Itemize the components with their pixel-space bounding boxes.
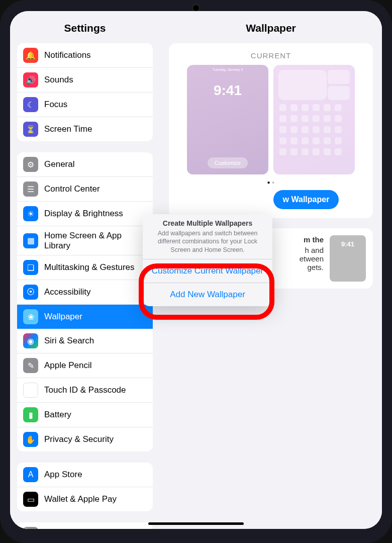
add-new-wallpaper-button[interactable]: w Wallpaper bbox=[273, 190, 339, 209]
key-icon: 🔑 bbox=[23, 527, 38, 529]
page-title: Wallpaper bbox=[160, 11, 382, 43]
sidebar-item-sounds[interactable]: 🔊Sounds bbox=[17, 68, 153, 93]
sidebar-item-label: Siri & Search bbox=[44, 336, 94, 346]
sidebar-item-label: Wallet & Apple Pay bbox=[44, 494, 117, 504]
bell-icon: 🔔 bbox=[23, 48, 38, 63]
sidebar-item-privacy-security[interactable]: ✋Privacy & Security bbox=[17, 427, 153, 451]
sidebar-item-label: Focus bbox=[44, 100, 67, 110]
sidebar-item-label: Apple Pencil bbox=[44, 360, 92, 371]
lock-screen-preview[interactable]: Tuesday, January 9 9:41 Customize bbox=[187, 65, 268, 174]
home-screen-preview[interactable] bbox=[273, 65, 355, 174]
battery-icon: ▮ bbox=[23, 407, 38, 422]
screen: Settings 🔔Notifications🔊Sounds☾Focus⏳Scr… bbox=[10, 11, 382, 529]
sidebar-scroll[interactable]: 🔔Notifications🔊Sounds☾Focus⏳Screen Time⚙… bbox=[10, 43, 160, 529]
settings-sidebar: Settings 🔔Notifications🔊Sounds☾Focus⏳Scr… bbox=[10, 11, 160, 529]
page-indicator: ● ● bbox=[176, 174, 366, 190]
sidebar-title: Settings bbox=[10, 11, 160, 43]
preview-date: Tuesday, January 9 bbox=[187, 68, 268, 71]
moon-icon: ☾ bbox=[23, 97, 38, 112]
sidebar-item-wallet-apple-pay[interactable]: ▭Wallet & Apple Pay bbox=[17, 487, 153, 511]
sidebar-item-label: Accessibility bbox=[44, 287, 91, 297]
wallpaper-icon: ❀ bbox=[23, 309, 38, 324]
sidebar-item-label: Control Center bbox=[44, 184, 100, 194]
sidebar-item-apple-pencil[interactable]: ✎Apple Pencil bbox=[17, 353, 153, 378]
sidebar-item-general[interactable]: ⚙General bbox=[17, 152, 153, 177]
sidebar-item-label: Notifications bbox=[44, 50, 91, 60]
sidebar-item-wallpaper[interactable]: ❀Wallpaper bbox=[17, 305, 153, 329]
sidebar-item-label: Home Screen & App Library bbox=[44, 231, 147, 250]
popover-subtitle: Add wallpapers and switch between differ… bbox=[150, 227, 265, 259]
accessibility-icon: ⦿ bbox=[23, 285, 38, 300]
customize-pill[interactable]: Customize bbox=[208, 157, 248, 168]
sun-icon: ☀ bbox=[23, 206, 38, 221]
device-frame: Settings 🔔Notifications🔊Sounds☾Focus⏳Scr… bbox=[0, 0, 392, 543]
sidebar-item-focus[interactable]: ☾Focus bbox=[17, 93, 153, 117]
mini-preview: 9:41 bbox=[330, 235, 366, 282]
settings-group: 🔑Passwords✉Mail bbox=[17, 522, 153, 529]
sidebar-item-label: Multitasking & Gestures bbox=[44, 262, 135, 273]
sidebar-item-home-screen-app-library[interactable]: ▦Home Screen & App Library bbox=[17, 226, 153, 255]
home-indicator bbox=[148, 522, 244, 525]
current-wallpaper-card: CURRENT Tuesday, January 9 9:41 Customiz… bbox=[169, 43, 373, 218]
multitask-icon: ❏ bbox=[23, 260, 38, 275]
settings-group: 🔔Notifications🔊Sounds☾Focus⏳Screen Time bbox=[17, 43, 153, 141]
appstore-icon: A bbox=[23, 467, 38, 482]
settings-group: ⚙General☰Control Center☀Display & Bright… bbox=[17, 152, 153, 451]
sidebar-item-label: Sounds bbox=[44, 75, 73, 85]
sidebar-item-multitasking-gestures[interactable]: ❏Multitasking & Gestures bbox=[17, 255, 153, 280]
fingerprint-icon: ◍ bbox=[23, 383, 38, 398]
sidebar-item-accessibility[interactable]: ⦿Accessibility bbox=[17, 280, 153, 305]
hand-icon: ✋ bbox=[23, 432, 38, 447]
create-wallpapers-popover: Create Multiple Wallpapers Add wallpaper… bbox=[143, 214, 272, 306]
siri-icon: ◉ bbox=[23, 333, 38, 348]
customize-current-wallpaper-item[interactable]: Customize Current Wallpaper bbox=[143, 259, 272, 283]
sidebar-item-siri-search[interactable]: ◉Siri & Search bbox=[17, 329, 153, 353]
popover-title: Create Multiple Wallpapers bbox=[150, 219, 265, 227]
current-label: CURRENT bbox=[176, 51, 366, 60]
sidebar-item-app-store[interactable]: AApp Store bbox=[17, 463, 153, 487]
preview-time: 9:41 bbox=[187, 82, 268, 99]
sidebar-item-display-brightness[interactable]: ☀Display & Brightness bbox=[17, 202, 153, 226]
sidebar-item-battery[interactable]: ▮Battery bbox=[17, 403, 153, 427]
sidebar-item-label: Privacy & Security bbox=[44, 434, 114, 444]
add-new-wallpaper-item[interactable]: Add New Wallpaper bbox=[143, 283, 272, 306]
sidebar-item-label: Wallpaper bbox=[44, 312, 82, 322]
pencil-icon: ✎ bbox=[23, 358, 38, 373]
sidebar-item-notifications[interactable]: 🔔Notifications bbox=[17, 43, 153, 68]
sidebar-item-label: Screen Time bbox=[44, 124, 92, 134]
camera-notch bbox=[193, 5, 199, 11]
toggles-icon: ☰ bbox=[23, 182, 38, 197]
grid-icon: ▦ bbox=[23, 233, 38, 248]
speaker-icon: 🔊 bbox=[23, 72, 38, 87]
sidebar-item-passwords[interactable]: 🔑Passwords bbox=[17, 522, 153, 529]
sidebar-item-label: Touch ID & Passcode bbox=[44, 385, 126, 395]
sidebar-item-label: General bbox=[44, 159, 74, 169]
settings-group: AApp Store▭Wallet & Apple Pay bbox=[17, 463, 153, 511]
gear-icon: ⚙ bbox=[23, 157, 38, 172]
hourglass-icon: ⏳ bbox=[23, 122, 38, 137]
sidebar-item-label: App Store bbox=[44, 470, 82, 480]
sidebar-item-label: Battery bbox=[44, 410, 71, 420]
sidebar-item-touch-id-passcode[interactable]: ◍Touch ID & Passcode bbox=[17, 378, 153, 403]
sidebar-item-control-center[interactable]: ☰Control Center bbox=[17, 177, 153, 202]
wallet-icon: ▭ bbox=[23, 492, 38, 507]
sidebar-item-label: Display & Brightness bbox=[44, 209, 123, 219]
sidebar-item-screen-time[interactable]: ⏳Screen Time bbox=[17, 117, 153, 141]
